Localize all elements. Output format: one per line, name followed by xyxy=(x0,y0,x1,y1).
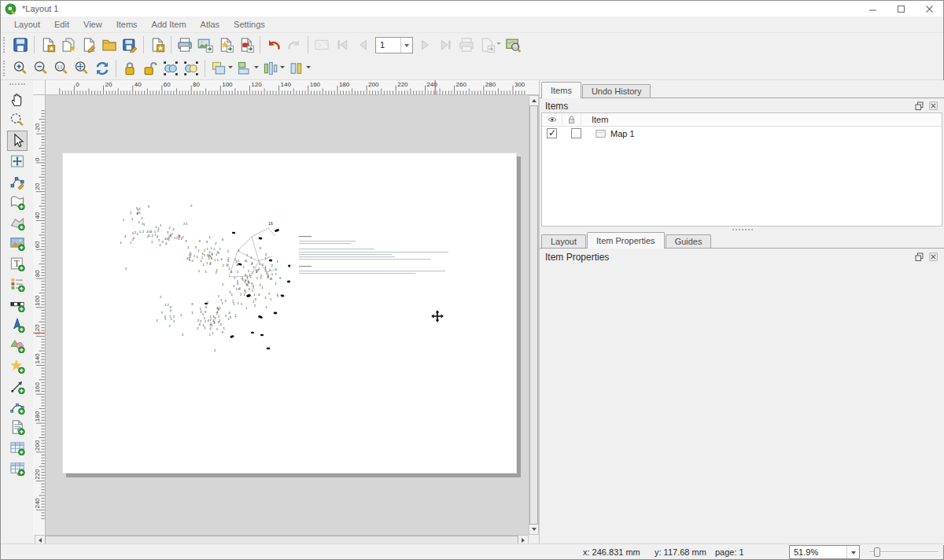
tab-guides[interactable]: Guides xyxy=(666,234,712,249)
float-panel-icon[interactable] xyxy=(915,252,925,263)
svg-text:1: 1 xyxy=(161,311,164,315)
print-layout-button[interactable] xyxy=(175,35,194,54)
distribute-items-button[interactable] xyxy=(261,59,280,78)
close-button[interactable] xyxy=(915,1,943,17)
vertical-ruler[interactable]: -20020406080100120140160180200220240 xyxy=(33,95,46,535)
menu-settings[interactable]: Settings xyxy=(227,17,272,31)
zoom-full-button[interactable] xyxy=(72,59,91,78)
tab-item-properties[interactable]: Item Properties xyxy=(587,232,665,249)
pan-tool-button[interactable] xyxy=(7,90,28,110)
scroll-up-arrow[interactable] xyxy=(529,96,538,105)
vertical-scrollbar[interactable] xyxy=(529,95,539,535)
add-node-item-tool-button[interactable] xyxy=(7,396,28,417)
map-item-preview[interactable]: 1312112221111422441422121411121112441122… xyxy=(114,202,290,359)
atlas-feature-combobox[interactable]: 1 xyxy=(375,37,413,53)
close-panel-icon[interactable] xyxy=(929,101,939,112)
layout-manager-button[interactable] xyxy=(79,35,98,54)
text-block-item[interactable] xyxy=(299,234,452,283)
zoom-slider-thumb[interactable] xyxy=(874,547,880,557)
move-item-content-tool-button[interactable] xyxy=(7,151,28,171)
add-picture-tool-button[interactable] xyxy=(7,233,28,253)
menu-view[interactable]: View xyxy=(76,17,109,31)
edit-nodes-item-tool-button[interactable] xyxy=(7,171,28,192)
toolbar-grip[interactable] xyxy=(9,83,25,87)
duplicate-layout-button[interactable] xyxy=(59,35,78,54)
scroll-down-arrow[interactable] xyxy=(529,525,538,534)
panel-splitter[interactable] xyxy=(540,227,944,232)
unlock-all-items-button[interactable] xyxy=(141,59,160,78)
add-3d-map-tool-button[interactable] xyxy=(7,212,28,233)
toolbar-grip[interactable] xyxy=(3,61,7,76)
export-as-pdf-button[interactable] xyxy=(237,35,256,54)
ungroup-items-button[interactable] xyxy=(182,59,201,78)
add-pages-button[interactable] xyxy=(148,35,167,54)
export-as-image-button[interactable] xyxy=(196,35,215,54)
refresh-view-button[interactable] xyxy=(93,59,112,78)
export-as-svg-button[interactable] xyxy=(216,35,235,54)
tab-undo-history[interactable]: Undo History xyxy=(582,84,651,98)
float-panel-icon[interactable] xyxy=(915,101,925,112)
add-shape-tool-button[interactable] xyxy=(7,335,28,356)
raise-selected-items-button[interactable] xyxy=(209,59,228,78)
close-panel-icon[interactable] xyxy=(929,252,939,263)
save-as-template-button[interactable] xyxy=(120,35,139,54)
add-north-arrow-tool-button[interactable] xyxy=(7,315,28,335)
atlas-settings-button[interactable] xyxy=(503,35,522,54)
combobox-dropdown-arrow[interactable] xyxy=(400,38,412,53)
redo-button[interactable] xyxy=(285,35,304,54)
print-atlas-button[interactable] xyxy=(457,35,476,54)
select-move-item-tool-button[interactable] xyxy=(7,131,28,151)
zoom-slider[interactable] xyxy=(868,546,940,558)
add-html-tool-button[interactable] xyxy=(7,417,28,437)
menu-items[interactable]: Items xyxy=(109,17,145,31)
add-legend-tool-button[interactable] xyxy=(7,274,28,294)
tab-layout[interactable]: Layout xyxy=(541,234,586,249)
vertical-scrollbar-thumb[interactable] xyxy=(529,105,538,525)
add-label-tool-button[interactable]: T xyxy=(7,253,28,274)
last-feature-button[interactable] xyxy=(437,35,455,54)
new-layout-button[interactable] xyxy=(39,35,57,54)
previous-feature-button[interactable] xyxy=(353,35,372,54)
menu-layout[interactable]: Layout xyxy=(7,17,47,31)
svg-text:1: 1 xyxy=(138,220,140,224)
group-items-button[interactable] xyxy=(161,59,180,78)
lock-checkbox[interactable] xyxy=(571,128,581,138)
add-fixed-table-tool-button[interactable] xyxy=(7,458,28,478)
horizontal-ruler[interactable]: 0204060801001201401601802002202402602803… xyxy=(46,80,539,95)
zoom-actual-size-button[interactable]: 1:1 xyxy=(52,59,71,78)
next-feature-button[interactable] xyxy=(416,35,435,54)
menu-add-item[interactable]: Add Item xyxy=(145,17,194,31)
lock-selected-items-button[interactable] xyxy=(120,59,139,78)
export-atlas-button[interactable] xyxy=(478,35,496,54)
tab-items[interactable]: Items xyxy=(541,82,581,98)
svg-text:280: 280 xyxy=(485,81,496,88)
add-map-tool-button[interactable] xyxy=(7,192,28,212)
add-attribute-table-tool-button[interactable] xyxy=(7,437,28,458)
zoom-tool-button[interactable] xyxy=(7,110,28,131)
visibility-checkbox[interactable] xyxy=(547,128,557,138)
align-selected-items-button[interactable] xyxy=(235,59,254,78)
add-marker-tool-button[interactable] xyxy=(7,356,28,376)
svg-text:2: 2 xyxy=(158,238,160,242)
undo-button[interactable] xyxy=(264,35,283,54)
layout-page[interactable]: 1312112221111422441422121411121112441122… xyxy=(62,153,517,473)
item-row-map-1[interactable]: Map 1 xyxy=(542,127,942,140)
toolbar-grip[interactable] xyxy=(3,37,7,53)
minimize-button[interactable] xyxy=(858,1,887,17)
zoom-level-combobox[interactable]: 51.9% xyxy=(789,545,860,559)
zoom-dropdown-arrow[interactable] xyxy=(846,546,859,558)
preview-atlas-button[interactable] xyxy=(312,35,331,54)
menu-edit[interactable]: Edit xyxy=(47,17,76,31)
maximize-button[interactable] xyxy=(887,1,915,17)
svg-text:1: 1 xyxy=(264,296,267,300)
zoom-out-button[interactable] xyxy=(31,59,50,78)
add-arrow-tool-button[interactable] xyxy=(7,376,28,396)
zoom-in-button[interactable] xyxy=(11,59,30,78)
layout-viewport[interactable]: 1312112221111422441422121411121112441122… xyxy=(46,95,529,535)
save-project-button[interactable] xyxy=(11,35,30,54)
resize-items-button[interactable] xyxy=(287,59,306,78)
add-scale-bar-tool-button[interactable] xyxy=(7,294,28,315)
first-feature-button[interactable] xyxy=(333,35,352,54)
menu-atlas[interactable]: Atlas xyxy=(194,17,227,31)
add-items-from-template-button[interactable] xyxy=(100,35,119,54)
